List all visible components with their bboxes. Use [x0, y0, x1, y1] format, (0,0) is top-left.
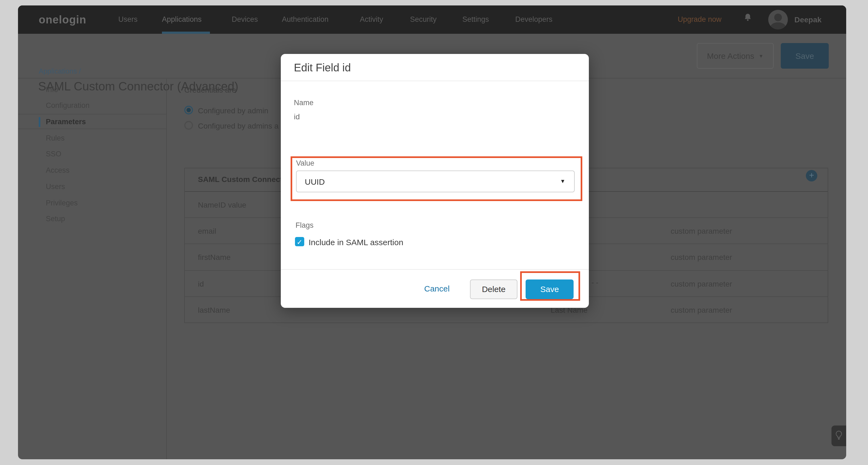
delete-button[interactable]: Delete	[470, 279, 518, 299]
top-nav: onelogin Users Applications Devices Auth…	[18, 5, 846, 34]
sidebar-item-sso[interactable]: SSO	[46, 149, 61, 159]
nav-item-applications[interactable]: Applications	[162, 5, 202, 34]
credentials-are-label: Credentials are	[184, 86, 236, 94]
sidebar-divider	[18, 114, 167, 114]
sidebar-item-configuration[interactable]: Configuration	[46, 101, 90, 110]
lightbulb-icon	[835, 430, 843, 442]
radio-unselected[interactable]	[184, 121, 193, 130]
value-selected-option: UUID	[305, 177, 325, 186]
include-in-saml-label: Include in SAML assertion	[309, 237, 403, 247]
nav-item-settings[interactable]: Settings	[462, 5, 489, 34]
radio-label: Configured by admin	[198, 106, 268, 115]
sidebar-item-privileges[interactable]: Privileges	[46, 198, 78, 208]
nav-item-security[interactable]: Security	[410, 5, 437, 34]
field-name: NameID value	[198, 200, 246, 209]
sidebar: Info Configuration Parameters Rules SSO …	[18, 79, 167, 459]
field-name: id	[198, 279, 204, 288]
active-item-bar	[39, 117, 40, 127]
nav-item-devices[interactable]: Devices	[232, 5, 258, 34]
field-type: custom parameter	[671, 279, 732, 288]
sidebar-divider	[18, 129, 167, 129]
field-name: email	[198, 227, 216, 235]
sidebar-item-setup[interactable]: Setup	[46, 214, 65, 224]
modal-save-button[interactable]: Save	[526, 279, 574, 299]
more-actions-label: More Actions	[707, 51, 754, 61]
user-avatar[interactable]	[768, 10, 788, 29]
cancel-button[interactable]: Cancel	[424, 284, 450, 293]
help-lightbulb-button[interactable]	[832, 426, 846, 446]
sidebar-item-users[interactable]: Users	[46, 182, 65, 192]
flags-label: Flags	[296, 221, 313, 229]
value-select[interactable]: UUID ▼	[296, 170, 575, 192]
modal-header-divider	[281, 80, 589, 81]
nav-item-developers[interactable]: Developers	[515, 5, 553, 34]
onelogin-logo[interactable]: onelogin	[39, 5, 86, 34]
field-value: - -	[592, 278, 598, 286]
sidebar-item-info[interactable]: Info	[46, 85, 58, 95]
breadcrumb[interactable]: Applications /	[39, 67, 81, 75]
nav-item-authentication[interactable]: Authentication	[282, 5, 329, 34]
sidebar-item-parameters[interactable]: Parameters	[46, 117, 86, 127]
modal-title: Edit Field id	[294, 62, 351, 74]
add-parameter-button[interactable]: +	[806, 170, 817, 181]
user-menu[interactable]: Deepak	[795, 5, 822, 34]
nav-item-activity[interactable]: Activity	[360, 5, 383, 34]
radio-label: Configured by admins a	[198, 122, 279, 130]
sidebar-item-access[interactable]: Access	[46, 166, 69, 175]
modal-footer-divider	[281, 269, 589, 270]
value-label: Value	[296, 159, 314, 167]
nav-item-users[interactable]: Users	[118, 5, 138, 34]
more-actions-button[interactable]: More Actions▼	[697, 43, 774, 69]
upgrade-now-link[interactable]: Upgrade now	[678, 5, 722, 34]
field-name: lastName	[198, 306, 230, 314]
field-type: custom parameter	[671, 306, 732, 314]
sidebar-item-rules[interactable]: Rules	[46, 133, 65, 143]
check-icon: ✓	[297, 238, 303, 246]
notifications-bell-icon[interactable]	[743, 5, 752, 34]
radio-selected[interactable]	[184, 106, 193, 114]
page-save-button[interactable]: Save	[781, 43, 829, 69]
active-tab-underline	[162, 32, 210, 34]
chevron-down-icon: ▼	[560, 178, 565, 184]
avatar-person-icon	[774, 13, 782, 21]
name-label: Name	[294, 99, 313, 107]
avatar-person-body	[770, 22, 786, 29]
chevron-down-icon: ▼	[759, 54, 764, 59]
name-value: id	[294, 112, 300, 121]
field-name: firstName	[198, 253, 230, 262]
field-type: custom parameter	[671, 227, 732, 235]
edit-field-modal: Edit Field id Name id Value UUID ▼ Flags…	[281, 54, 589, 308]
field-type: custom parameter	[671, 253, 732, 262]
include-in-saml-checkbox[interactable]: ✓	[295, 237, 304, 246]
table-title: SAML Custom Connecto	[198, 175, 287, 184]
